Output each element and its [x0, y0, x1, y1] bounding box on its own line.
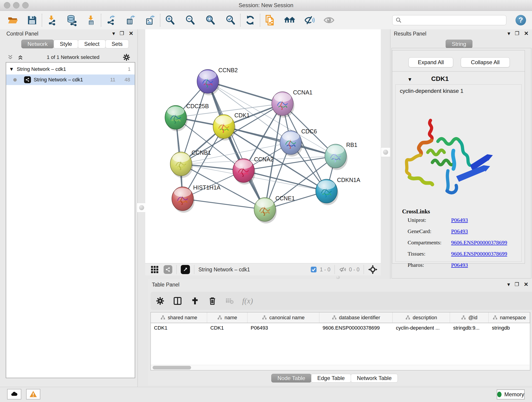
- show-columns-icon[interactable]: [173, 296, 182, 306]
- column-header-name[interactable]: name: [207, 313, 247, 323]
- results-panel-float-icon[interactable]: ❐: [515, 31, 519, 36]
- network-edge[interactable]: [183, 199, 265, 210]
- expand-all-icon[interactable]: [17, 54, 24, 61]
- open-session-icon[interactable]: [7, 14, 19, 26]
- detach-view-icon[interactable]: [181, 265, 190, 274]
- zoom-selected-icon[interactable]: [225, 14, 236, 26]
- crosslink-link[interactable]: P06493: [451, 262, 468, 268]
- selected-checkbox-icon[interactable]: [310, 266, 317, 273]
- export-image-icon[interactable]: [144, 14, 156, 26]
- collapse-all-button[interactable]: Collapse All: [461, 57, 510, 67]
- network-edge[interactable]: [224, 127, 336, 156]
- collapse-all-icon[interactable]: [7, 54, 14, 61]
- tab-node-table[interactable]: Node Table: [271, 374, 311, 383]
- table-cell[interactable]: CDK1: [207, 323, 247, 333]
- left-splitter-handle[interactable]: [137, 203, 146, 212]
- crosslink-link[interactable]: 9606.ENSP00000378699: [451, 251, 507, 257]
- column-header-shared-name[interactable]: shared name: [151, 313, 207, 323]
- tab-string[interactable]: String: [446, 40, 472, 48]
- network-node-RB1[interactable]: RB1: [325, 142, 357, 170]
- network-node-CCNE1[interactable]: CCNE1: [254, 195, 295, 223]
- export-network-icon[interactable]: [105, 14, 117, 26]
- search-input[interactable]: [402, 17, 506, 23]
- table-cell[interactable]: stringdb:9...: [450, 323, 489, 333]
- tree-expander-icon[interactable]: ▼: [6, 66, 14, 72]
- hide-selected-icon[interactable]: [303, 14, 315, 26]
- table-row[interactable]: CDK1CDK1P064939606.ENSP00000378699cyclin…: [151, 323, 530, 333]
- network-node-CCNB2[interactable]: CCNB2: [197, 67, 238, 95]
- pan-crosshair-icon[interactable]: [368, 265, 378, 274]
- zoom-fit-content-icon[interactable]: [204, 14, 216, 26]
- entry-expander-icon[interactable]: ▼: [407, 77, 412, 83]
- network-node-CDKN1A[interactable]: CDKN1A: [316, 177, 360, 205]
- column-header--id[interactable]: @id: [450, 313, 489, 323]
- table-cell[interactable]: P06493: [247, 323, 319, 333]
- network-options-gear-icon[interactable]: [122, 53, 131, 61]
- tab-network-table[interactable]: Network Table: [351, 374, 398, 383]
- crosslink-link[interactable]: P06493: [451, 217, 468, 223]
- network-collection-row[interactable]: ▼ String Network – cdk1 1: [6, 63, 135, 75]
- results-panel-close-icon[interactable]: ✕: [524, 31, 529, 36]
- cloud-button[interactable]: [7, 389, 21, 400]
- network-node-label: CCNA1: [293, 89, 312, 96]
- hidden-eye-icon[interactable]: [339, 266, 347, 274]
- control-panel-tabs: NetworkStyleSelectSets: [21, 40, 128, 48]
- refresh-view-icon[interactable]: [244, 14, 256, 26]
- help-icon: ?: [519, 16, 523, 24]
- crosslink-link[interactable]: P06493: [451, 228, 468, 235]
- table-hscrollbar-thumb[interactable]: [152, 366, 191, 370]
- table-cell[interactable]: 9606.ENSP00000378699: [319, 323, 393, 333]
- table-panel-collapse-icon[interactable]: ▾: [507, 282, 510, 287]
- network-node-CCNB1[interactable]: CCNB1: [170, 149, 211, 178]
- zoom-out-icon[interactable]: [184, 14, 196, 26]
- export-table-icon[interactable]: [125, 14, 137, 26]
- table-cell[interactable]: stringdb: [489, 323, 530, 333]
- import-table-from-file-icon[interactable]: [85, 14, 97, 26]
- network-row[interactable]: String Network – cdk1 11 48: [6, 75, 135, 85]
- warnings-button[interactable]: [26, 389, 40, 400]
- memory-button[interactable]: Memory: [497, 389, 525, 400]
- results-panel-collapse-icon[interactable]: ▾: [507, 31, 510, 36]
- save-session-icon[interactable]: [26, 14, 38, 26]
- tab-edge-table[interactable]: Edge Table: [311, 374, 351, 383]
- column-header-namespace[interactable]: namespace: [489, 313, 530, 323]
- network-node-CDC25B[interactable]: CDC25B: [165, 103, 209, 131]
- zoom-in-icon[interactable]: [164, 14, 176, 26]
- birdseye-grid-icon[interactable]: [150, 265, 159, 274]
- help-button[interactable]: ?: [515, 15, 526, 26]
- control-panel-close-icon[interactable]: ✕: [129, 31, 133, 36]
- horizontal-splitter-handle[interactable]: [336, 276, 340, 279]
- network-canvas[interactable]: CCNB2CCNA1CDC25BCDK1CDC6RB1CCNB1CCNA2CDK…: [145, 29, 381, 263]
- table-panel-close-icon[interactable]: ✕: [524, 282, 528, 287]
- column-header-database-identifier[interactable]: database identifier: [319, 313, 393, 323]
- column-header-canonical-name[interactable]: canonical name: [247, 313, 319, 323]
- clone-network-icon[interactable]: [264, 14, 276, 26]
- left-splitter[interactable]: [138, 29, 145, 387]
- import-network-from-file-icon[interactable]: [46, 14, 58, 26]
- node-table: shared namenamecanonical namedatabase id…: [151, 312, 530, 370]
- column-header-description[interactable]: description: [393, 313, 450, 323]
- control-panel-collapse-icon[interactable]: ▾: [112, 31, 115, 36]
- show-all-networks-icon[interactable]: [284, 14, 296, 26]
- crosslink-link[interactable]: 9606.ENSP00000378699: [451, 240, 507, 246]
- create-column-icon[interactable]: [190, 296, 200, 306]
- expand-all-button[interactable]: Expand All: [409, 57, 453, 67]
- table-options-gear-icon[interactable]: [156, 296, 165, 306]
- show-hidden-icon[interactable]: [323, 14, 335, 26]
- table-cell[interactable]: CDK1: [151, 323, 207, 333]
- right-splitter-handle[interactable]: [381, 147, 390, 157]
- delete-columns-icon[interactable]: [208, 296, 217, 306]
- control-panel-float-icon[interactable]: ❐: [120, 31, 124, 36]
- table-hscrollbar[interactable]: [151, 365, 530, 370]
- tab-sets[interactable]: Sets: [105, 40, 129, 48]
- table-cell[interactable]: cyclin-dependent ...: [393, 323, 450, 333]
- tab-style[interactable]: Style: [54, 40, 78, 48]
- import-network-from-database-icon[interactable]: [65, 14, 77, 26]
- table-panel-float-icon[interactable]: ❐: [515, 282, 519, 287]
- tab-select[interactable]: Select: [78, 40, 106, 48]
- network-type-badge-icon[interactable]: [164, 265, 172, 274]
- right-splitter[interactable]: [381, 29, 390, 279]
- network-node-HIST1H1A[interactable]: HIST1H1A: [172, 184, 221, 213]
- network-node-CDC6[interactable]: CDC6: [280, 128, 317, 157]
- tab-network[interactable]: Network: [21, 40, 54, 48]
